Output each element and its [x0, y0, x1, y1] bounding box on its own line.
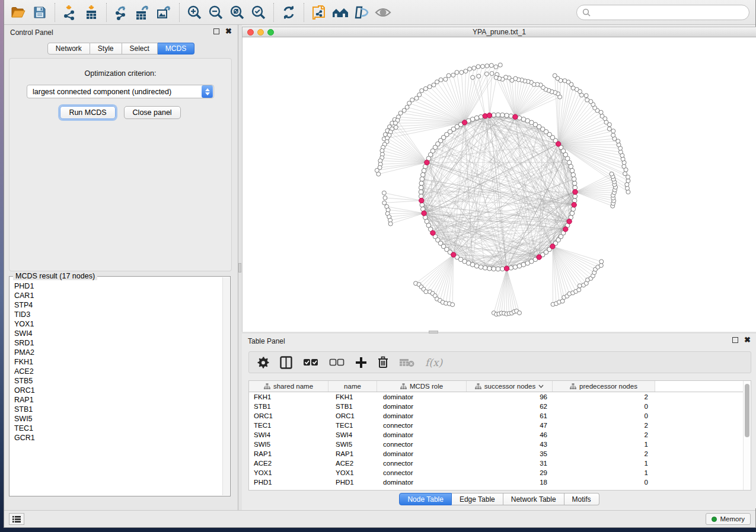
list-item[interactable]: FKH1 [9, 357, 222, 367]
export-network-button[interactable] [111, 2, 132, 23]
close-panel-icon[interactable]: ✖ [225, 28, 232, 34]
toolbar-separator [179, 3, 180, 22]
splitter-handle[interactable] [238, 263, 241, 273]
criterion-dropdown[interactable]: largest connected component (undirected) [27, 85, 214, 98]
table-row[interactable]: STB1STB1dominator620 [249, 402, 751, 411]
column-header-MCDS-role[interactable]: MCDS role [377, 381, 467, 392]
table-row[interactable]: RAP1RAP1dominator352 [249, 449, 751, 459]
run-mcds-button[interactable]: Run MCDS [60, 106, 115, 119]
list-item[interactable]: PMA2 [9, 348, 222, 357]
result-list-scrollbar[interactable] [222, 277, 229, 495]
tab-node-table[interactable]: Node Table [399, 493, 452, 505]
list-item[interactable]: ACE2 [9, 367, 222, 376]
task-history-button[interactable] [9, 513, 24, 525]
table-cell: 29 [467, 468, 553, 477]
save-session-button[interactable] [29, 2, 50, 23]
list-item[interactable]: YOX1 [9, 319, 222, 329]
float-panel-icon[interactable] [732, 337, 738, 343]
column-header-shared-name[interactable]: shared name [249, 381, 328, 392]
column-header-name[interactable]: name [328, 381, 377, 392]
list-item[interactable]: SWI5 [9, 414, 222, 424]
tab-network-table[interactable]: Network Table [503, 493, 564, 505]
list-item[interactable]: ORC1 [9, 386, 222, 395]
table-row[interactable]: PHD1PHD1dominator180 [249, 477, 751, 487]
table-row[interactable]: SWI5SWI5connector431 [249, 440, 751, 449]
list-item[interactable]: SRD1 [9, 338, 222, 348]
open-file-button[interactable] [8, 2, 29, 23]
delete-column-button[interactable] [378, 354, 388, 371]
mcds-result-list[interactable]: PHD1CAR1STP4TID3YOX1SWI4SRD1PMA2FKH1ACE2… [9, 281, 222, 495]
settings-gear-icon [257, 357, 269, 368]
table-row[interactable]: YOX1YOX1connector291 [249, 468, 751, 477]
settings-gear-button[interactable] [257, 354, 269, 371]
list-item[interactable]: CAR1 [9, 291, 222, 300]
network-titlebar[interactable]: YPA_prune.txt_1 [242, 27, 756, 37]
export-table-button[interactable] [132, 2, 154, 23]
split-panel-button[interactable] [280, 354, 292, 371]
table-row[interactable]: SWI4SWI4dominator462 [249, 430, 751, 440]
home-icon [331, 5, 349, 20]
close-panel-button[interactable]: Close panel [124, 106, 181, 119]
zoom-in-icon [187, 5, 202, 20]
list-item[interactable]: RAP1 [9, 395, 222, 405]
zoom-in-button[interactable] [184, 2, 205, 23]
network-graph[interactable] [243, 37, 756, 332]
node-table[interactable]: shared namenameMCDS rolesuccessor nodesp… [248, 380, 751, 491]
column-header-predecessor-nodes[interactable]: predecessor nodes [553, 381, 655, 392]
tab-edge-table[interactable]: Edge Table [452, 493, 503, 505]
search-field[interactable] [576, 5, 749, 20]
function-builder-button[interactable]: f(x) [425, 354, 442, 371]
table-cell: ACE2 [249, 459, 328, 468]
delete-table-button[interactable] [399, 354, 414, 371]
table-row[interactable]: ACE2ACE2connector311 [249, 459, 751, 468]
deselect-all-button[interactable] [329, 354, 344, 371]
tab-select[interactable]: Select [122, 43, 158, 55]
show-eye-button[interactable] [372, 2, 394, 23]
list-item[interactable]: PHD1 [9, 281, 222, 291]
tab-motifs[interactable]: Motifs [564, 493, 599, 505]
table-cell: 61 [467, 411, 553, 421]
add-column-button[interactable] [355, 354, 367, 371]
home-button[interactable] [330, 2, 351, 23]
table-row[interactable]: FKH1FKH1dominator962 [249, 392, 751, 402]
column-label: predecessor nodes [579, 383, 637, 390]
table-panel-titlebar: Table Panel ✖ [242, 334, 756, 349]
import-network-button[interactable] [59, 2, 81, 23]
tab-style[interactable]: Style [90, 43, 122, 55]
tab-mcds[interactable]: MCDS [158, 43, 194, 55]
network-canvas[interactable] [242, 37, 756, 332]
import-table-button[interactable] [81, 2, 102, 23]
list-item[interactable]: GCR1 [9, 433, 222, 443]
zoom-fit-button[interactable] [227, 2, 248, 23]
list-icon [12, 515, 21, 523]
export-document-button[interactable] [308, 2, 330, 23]
table-row[interactable]: ORC1ORC1dominator610 [249, 411, 751, 421]
attribute-tree-icon [400, 383, 407, 390]
list-item[interactable]: TID3 [9, 310, 222, 319]
list-item[interactable]: TEC1 [9, 424, 222, 433]
hide-graphics-details-button[interactable] [351, 2, 372, 23]
float-panel-icon[interactable] [213, 28, 219, 34]
list-item[interactable]: STP4 [9, 300, 222, 310]
zoom-selected-button[interactable] [248, 2, 269, 23]
list-item[interactable]: STB1 [9, 405, 222, 414]
table-cell: TEC1 [249, 421, 328, 430]
select-all-button[interactable] [303, 354, 318, 371]
search-input[interactable] [594, 8, 744, 17]
table-row[interactable]: TEC1TEC1connector472 [249, 421, 751, 430]
table-cell: 0 [553, 402, 655, 411]
close-panel-icon[interactable]: ✖ [744, 337, 751, 343]
mcds-options-panel: Optimization criterion: largest connecte… [9, 58, 232, 271]
table-cell: 96 [467, 392, 553, 402]
export-image-button[interactable] [154, 2, 175, 23]
column-header-successor-nodes[interactable]: successor nodes [467, 381, 553, 392]
list-item[interactable]: SWI4 [9, 329, 222, 338]
tab-network[interactable]: Network [47, 43, 90, 55]
table-scrollbar[interactable] [743, 381, 751, 490]
list-item[interactable]: STB5 [9, 376, 222, 386]
table-cell: 2 [553, 430, 655, 440]
scrollbar-thumb[interactable] [745, 384, 749, 437]
refresh-button[interactable] [278, 2, 299, 23]
memory-button[interactable]: Memory [706, 513, 751, 525]
zoom-out-button[interactable] [205, 2, 227, 23]
